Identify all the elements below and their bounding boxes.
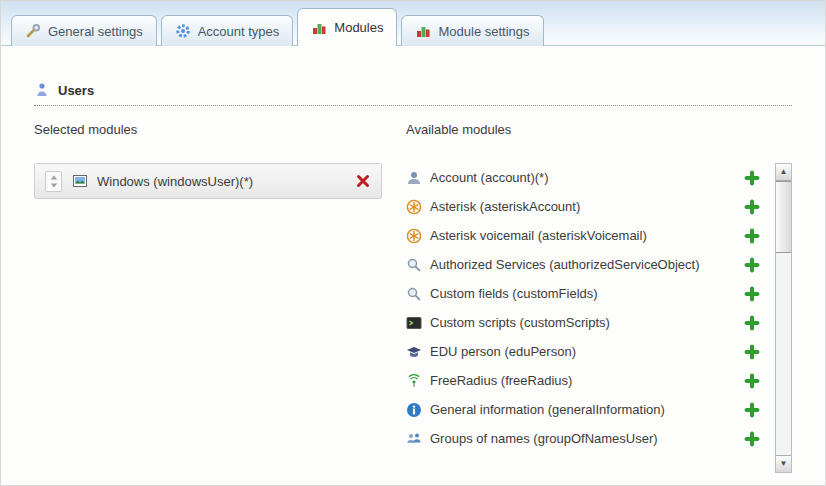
add-module-button[interactable] bbox=[744, 228, 760, 244]
section-header: Users bbox=[34, 82, 792, 106]
available-module-row: General information (generalInformation) bbox=[406, 395, 770, 424]
add-module-button[interactable] bbox=[744, 170, 760, 186]
tab-general-settings[interactable]: General settings bbox=[11, 15, 157, 46]
scrollbar[interactable]: ▲ ▼ bbox=[775, 163, 792, 473]
available-module-name: Account (account)(*) bbox=[430, 170, 744, 185]
wrench-icon bbox=[25, 23, 41, 39]
available-module-name: General information (generalInformation) bbox=[430, 402, 744, 417]
available-module-row: Account (account)(*) bbox=[406, 163, 770, 192]
content-panel: Users Selected modules Windows (windowsU… bbox=[1, 46, 825, 473]
available-module-name: Groups of names (groupOfNamesUser) bbox=[430, 431, 744, 446]
asterisk-icon bbox=[406, 228, 422, 244]
tab-label: Account types bbox=[198, 24, 280, 39]
scroll-up-button[interactable]: ▲ bbox=[776, 164, 791, 181]
available-modules-column: Available modules Account (account)(*)As… bbox=[406, 122, 792, 473]
available-module-name: Custom fields (customFields) bbox=[430, 286, 744, 301]
available-module-row: Asterisk voicemail (asteriskVoicemail) bbox=[406, 221, 770, 250]
asterisk-icon bbox=[406, 199, 422, 215]
add-module-button[interactable] bbox=[744, 402, 760, 418]
scrollbar-thumb[interactable] bbox=[776, 181, 791, 253]
tab-module-settings[interactable]: Module settings bbox=[401, 15, 543, 46]
tab-bar: General settingsAccount typesModulesModu… bbox=[1, 1, 825, 46]
add-module-button[interactable] bbox=[744, 286, 760, 302]
available-module-name: Authorized Services (authorizedServiceOb… bbox=[430, 257, 744, 272]
available-module-row: Custom fields (customFields) bbox=[406, 279, 770, 308]
add-module-button[interactable] bbox=[744, 199, 760, 215]
groups-icon bbox=[406, 431, 422, 447]
available-module-row: Authorized Services (authorizedServiceOb… bbox=[406, 250, 770, 279]
selected-module-name: Windows (windowsUser)(*) bbox=[97, 174, 355, 189]
tab-modules[interactable]: Modules bbox=[297, 8, 397, 46]
available-module-row: FreeRadius (freeRadius) bbox=[406, 366, 770, 395]
available-module-row: Asterisk (asteriskAccount) bbox=[406, 192, 770, 221]
add-module-button[interactable] bbox=[744, 257, 760, 273]
available-modules-list: Account (account)(*)Asterisk (asteriskAc… bbox=[406, 163, 770, 453]
available-modules-wrap: Account (account)(*)Asterisk (asteriskAc… bbox=[406, 163, 792, 473]
account-icon bbox=[406, 170, 422, 186]
gear-icon bbox=[175, 23, 191, 39]
add-module-button[interactable] bbox=[744, 431, 760, 447]
magnifier-icon bbox=[406, 257, 422, 273]
available-module-name: Asterisk voicemail (asteriskVoicemail) bbox=[430, 228, 744, 243]
available-module-name: FreeRadius (freeRadius) bbox=[430, 373, 744, 388]
available-module-row: EDU person (eduPerson) bbox=[406, 337, 770, 366]
edu-person-icon bbox=[406, 344, 422, 360]
add-module-button[interactable] bbox=[744, 315, 760, 331]
modules-icon bbox=[311, 20, 327, 36]
selected-modules-label: Selected modules bbox=[34, 122, 406, 137]
selected-modules-column: Selected modules Windows (windowsUser)(*… bbox=[34, 122, 406, 473]
windows-icon bbox=[72, 173, 88, 189]
antenna-icon bbox=[406, 373, 422, 389]
tabs-container: General settingsAccount typesModulesModu… bbox=[11, 8, 548, 45]
scroll-down-button[interactable]: ▼ bbox=[776, 455, 791, 472]
module-settings-icon bbox=[415, 23, 431, 39]
available-module-name: EDU person (eduPerson) bbox=[430, 344, 744, 359]
add-module-button[interactable] bbox=[744, 373, 760, 389]
selected-modules-list: Windows (windowsUser)(*) bbox=[34, 163, 406, 199]
info-icon bbox=[406, 402, 422, 418]
available-module-name: Custom scripts (customScripts) bbox=[430, 315, 744, 330]
available-modules-label: Available modules bbox=[406, 122, 792, 137]
users-icon bbox=[34, 82, 50, 98]
section-title: Users bbox=[58, 83, 94, 98]
selected-module-row: Windows (windowsUser)(*) bbox=[34, 163, 382, 199]
available-module-row: Groups of names (groupOfNamesUser) bbox=[406, 424, 770, 453]
remove-module-button[interactable] bbox=[355, 173, 371, 189]
tab-label: General settings bbox=[48, 24, 143, 39]
drag-handle[interactable] bbox=[45, 171, 62, 192]
magnifier-icon bbox=[406, 286, 422, 302]
add-module-button[interactable] bbox=[744, 344, 760, 360]
tab-label: Modules bbox=[334, 20, 383, 35]
script-icon bbox=[406, 315, 422, 331]
tab-label: Module settings bbox=[438, 24, 529, 39]
available-module-name: Asterisk (asteriskAccount) bbox=[430, 199, 744, 214]
modules-columns: Selected modules Windows (windowsUser)(*… bbox=[34, 122, 792, 473]
available-module-row: Custom scripts (customScripts) bbox=[406, 308, 770, 337]
tab-account-types[interactable]: Account types bbox=[161, 15, 294, 46]
